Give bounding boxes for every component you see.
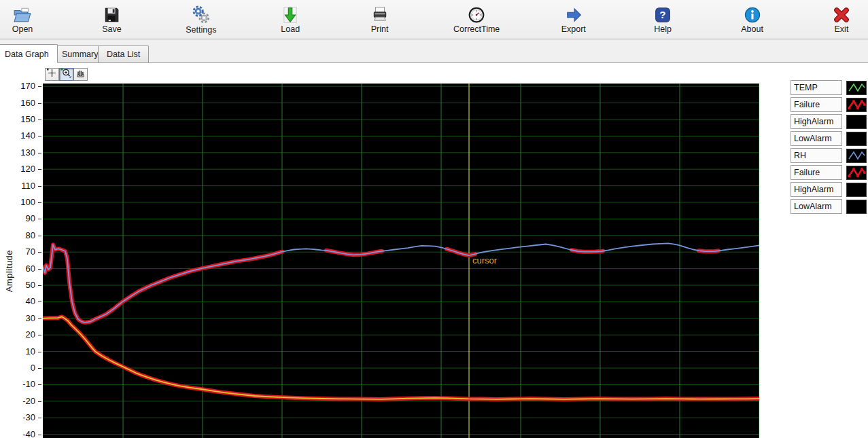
legend-row-failure-1[interactable]: Failure <box>791 97 867 112</box>
legend-row-highalarm-6[interactable]: HighAlarm <box>791 182 867 197</box>
y-axis-tick-mark <box>38 219 41 219</box>
toolbar-item-label: Help <box>654 24 672 34</box>
y-axis-tick-mark <box>38 136 41 136</box>
load-down-arrow-icon <box>281 6 299 24</box>
legend-row-failure-5[interactable]: Failure <box>791 165 867 180</box>
y-axis-tick-mark <box>38 186 41 187</box>
series-line-rh <box>43 243 759 323</box>
y-axis-tick-label: -40 <box>0 429 35 438</box>
toolbar: OpenSaveSettingsLoadPrintCorrectTimeExpo… <box>0 0 868 39</box>
legend-row-temp-0[interactable]: TEMP <box>791 80 867 95</box>
y-axis-tick-label: 20 <box>0 329 35 340</box>
about-info-icon <box>744 6 761 24</box>
legend-swatch-none <box>846 200 867 214</box>
y-axis-tick-label: -10 <box>0 379 35 389</box>
settings-gears-icon <box>192 5 211 24</box>
legend-swatch-none <box>846 132 867 146</box>
legend-label[interactable]: HighAlarm <box>791 182 842 197</box>
y-axis-tick-label: 50 <box>0 280 35 290</box>
toolbar-item-settings[interactable]: Settings <box>186 5 217 35</box>
y-axis-tick-label: 40 <box>0 296 35 306</box>
legend-label[interactable]: HighAlarm <box>791 114 842 129</box>
crosshair-tool-button[interactable] <box>45 68 59 81</box>
y-axis-tick-label: 10 <box>0 346 35 357</box>
tab-strip: DataNO. 9738 2015/05/29 20:16:26 RH 67.9… <box>0 39 868 63</box>
y-axis-tick-label: -30 <box>0 412 35 422</box>
tab-data-list[interactable]: Data List <box>98 45 149 62</box>
legend-row-highalarm-2[interactable]: HighAlarm <box>791 114 867 129</box>
print-printer-icon <box>371 6 389 24</box>
y-axis-tick-label: 170 <box>0 81 35 91</box>
y-axis-tick-label: 30 <box>0 313 35 323</box>
y-axis-tick-label: 120 <box>0 164 35 174</box>
y-axis-tick-mark <box>38 401 41 402</box>
pan-tool-button[interactable] <box>73 68 88 81</box>
y-axis-tick-label: -20 <box>0 396 35 406</box>
toolbar-item-open[interactable]: Open <box>7 6 38 34</box>
y-axis-tick-label: 140 <box>0 130 35 141</box>
toolbar-item-label: CorrectTime <box>453 24 500 34</box>
y-axis-tick-label: 100 <box>0 197 35 207</box>
y-axis-tick-mark <box>38 302 41 302</box>
y-axis-tick-mark <box>38 236 41 236</box>
y-axis-tick-mark <box>38 368 41 369</box>
legend-label[interactable]: TEMP <box>791 80 842 95</box>
zoom-tool-button[interactable] <box>59 68 73 81</box>
toolbar-item-print[interactable]: Print <box>364 6 396 34</box>
toolbar-item-load[interactable]: Load <box>275 6 306 34</box>
y-axis-tick-label: 110 <box>0 181 35 191</box>
y-axis-tick-label: 160 <box>0 98 35 108</box>
legend-swatch-line <box>846 81 867 95</box>
legend: TEMPFailureHighAlarmLowAlarmRHFailureHig… <box>791 80 867 216</box>
y-axis-tick-mark <box>38 202 41 203</box>
legend-label[interactable]: Failure <box>791 97 842 112</box>
toolbar-item-exit[interactable]: Exit <box>826 6 857 34</box>
toolbar-item-correcttime[interactable]: CorrectTime <box>453 6 500 34</box>
toolbar-item-label: Export <box>561 24 586 34</box>
toolbar-item-label: Settings <box>186 25 216 35</box>
exit-x-icon <box>833 6 850 24</box>
y-axis-tick-mark <box>38 169 41 170</box>
help-question-icon: ? <box>654 6 672 24</box>
legend-swatch-none <box>846 115 867 129</box>
legend-swatch-line <box>846 149 867 163</box>
y-axis-tick-label: 60 <box>0 263 35 274</box>
toolbar-item-label: Print <box>371 24 389 34</box>
y-axis-tick-mark <box>38 418 41 418</box>
failure-overlay-rh <box>43 244 282 323</box>
legend-swatch-none <box>846 183 867 197</box>
toolbar-item-export[interactable]: Export <box>558 6 589 34</box>
legend-row-rh-4[interactable]: RH <box>791 148 867 163</box>
toolbar-item-label: Exit <box>835 24 849 34</box>
toolbar-item-save[interactable]: Save <box>96 6 127 34</box>
legend-label[interactable]: RH <box>791 148 842 163</box>
tab-data-graph[interactable]: Data Graph <box>0 44 58 63</box>
y-axis-tick-mark <box>38 318 41 319</box>
toolbar-item-about[interactable]: About <box>737 6 768 34</box>
zoom-tool-icon <box>60 67 73 81</box>
cursor-label: cursor <box>472 255 498 266</box>
y-axis-tick-mark <box>38 86 41 87</box>
legend-label[interactable]: Failure <box>791 165 842 180</box>
y-axis-tick-mark <box>38 269 41 270</box>
legend-row-lowalarm-7[interactable]: LowAlarm <box>791 199 867 214</box>
legend-row-lowalarm-3[interactable]: LowAlarm <box>791 131 867 146</box>
legend-label[interactable]: LowAlarm <box>791 131 842 146</box>
failure-overlay-temp <box>43 316 759 399</box>
chart-plot-area[interactable]: cursor <box>43 84 759 438</box>
y-axis-tick-label: 80 <box>0 230 35 240</box>
y-axis-tick-label: 70 <box>0 247 35 257</box>
y-axis-tick-mark <box>38 384 41 385</box>
y-axis-tick-mark <box>38 103 41 104</box>
correcttime-gauge-icon <box>468 6 485 24</box>
toolbar-item-help[interactable]: ?Help <box>647 6 678 34</box>
pan-tool-icon <box>74 67 87 81</box>
series-line-temp <box>43 316 759 399</box>
toolbar-item-label: Save <box>102 24 122 34</box>
toolbar-item-label: Open <box>12 24 33 34</box>
y-axis-tick-mark <box>38 352 41 352</box>
legend-label[interactable]: LowAlarm <box>791 199 842 214</box>
legend-swatch-thick-line <box>846 166 867 180</box>
y-axis-tick-mark <box>38 252 41 253</box>
svg-text:?: ? <box>660 9 666 20</box>
